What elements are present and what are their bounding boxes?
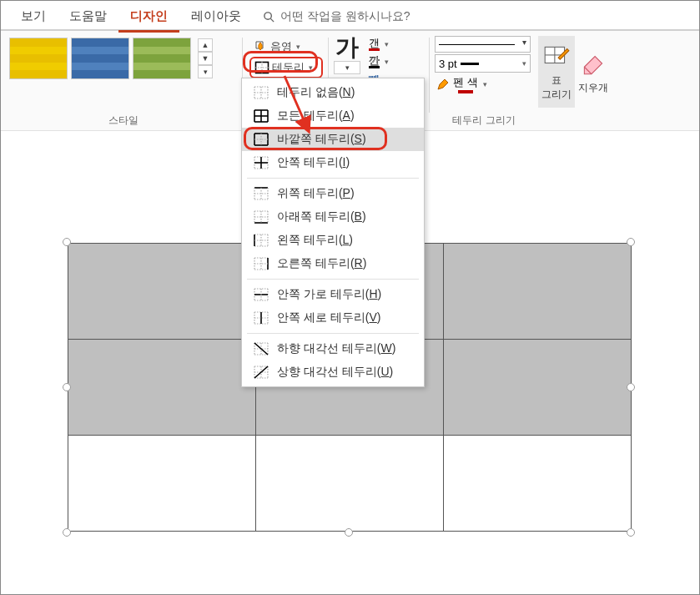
shading-label: 음영 [270, 39, 292, 54]
tell-me-search[interactable]: 어떤 작업을 원하시나요? [263, 9, 410, 24]
style-gallery: ▲ ▼ ▾ [9, 38, 237, 79]
menu-item-label: 안쪽 가로 테두리(H) [277, 287, 381, 302]
menu-item-border-inside[interactable]: 안쪽 테두리(I) [242, 151, 424, 174]
ribbon-group-table-styles: ▲ ▼ ▾ 스타일 [4, 36, 242, 130]
menu-item-label: 위쪽 테두리(P) [277, 186, 355, 201]
menu-item-border-outside[interactable]: 바깥쪽 테두리(S) [242, 128, 424, 151]
wordart-style-dropdown[interactable]: ▾ [334, 61, 360, 74]
tab-design[interactable]: 디자인 [118, 3, 179, 31]
border-outside-icon [254, 132, 269, 147]
pen-style-dropdown[interactable] [435, 36, 531, 53]
pen-color-swatch [458, 90, 473, 93]
eraser-button[interactable]: 지우개 [575, 36, 612, 108]
resize-handle[interactable] [63, 238, 71, 246]
menu-item-label: 왼쪽 테두리(L) [277, 233, 353, 248]
ribbon-group-draw-borders: 3 pt ▾ 펜 색 ▾ 테두리 그리기 [430, 36, 538, 130]
tab-help[interactable]: 도움말 [58, 3, 118, 31]
table-style-1[interactable] [9, 38, 68, 79]
menu-item-border-v[interactable]: 안쪽 세로 테두리(V) [242, 306, 424, 330]
menu-item-label: 바깥쪽 테두리(S) [277, 132, 366, 147]
border-label: 테두리 [272, 60, 305, 75]
border-left-icon [254, 233, 269, 248]
svg-line-76 [254, 343, 268, 355]
table-style-2[interactable] [71, 38, 129, 79]
svg-line-1 [270, 18, 274, 22]
menu-item-border-right[interactable]: 오른쪽 테두리(R) [242, 252, 424, 275]
svg-point-0 [264, 12, 271, 18]
resize-handle[interactable] [63, 383, 71, 391]
menu-item-border-up[interactable]: 상향 대각선 테두리(U) [242, 361, 424, 384]
wordart-style-button[interactable]: 가 [335, 36, 359, 59]
pen-color-button[interactable]: 펜 색 ▾ [435, 74, 533, 94]
menu-item-label: 아래쪽 테두리(B) [277, 209, 366, 224]
menu-item-label: 안쪽 세로 테두리(V) [277, 310, 380, 325]
text-fill-label: 갠 [369, 38, 380, 51]
tab-view[interactable]: 보기 [9, 3, 58, 31]
gallery-up-button[interactable]: ▲ [198, 38, 213, 52]
border-bottom-icon [254, 209, 269, 224]
eraser-label: 지우개 [578, 81, 608, 95]
menu-item-label: 안쪽 테두리(I) [277, 155, 350, 170]
tab-bar: 보기 도움말 디자인 레이아웃 어떤 작업을 원하시나요? [1, 1, 699, 31]
border-h-icon [254, 287, 269, 302]
pen-icon [436, 78, 450, 91]
menu-separator [247, 178, 419, 179]
shading-icon [253, 40, 268, 53]
menu-item-border-down[interactable]: 하향 대각선 테두리(W) [242, 337, 424, 361]
draw-table-label: 표 그리기 [541, 73, 572, 102]
border-none-icon [254, 85, 269, 100]
resize-handle[interactable] [63, 528, 71, 537]
eraser-icon [579, 49, 607, 78]
resize-handle[interactable] [627, 238, 635, 246]
menu-item-border-left[interactable]: 왼쪽 테두리(L) [242, 229, 424, 252]
pen-width-label: 3 pt [439, 58, 457, 70]
svg-line-83 [254, 366, 268, 378]
text-fill-button[interactable]: 갠▾ [365, 36, 392, 53]
resize-handle[interactable] [627, 528, 635, 537]
border-button[interactable]: 테두리▾ [249, 57, 323, 78]
group-label-styles: 스타일 [4, 113, 242, 128]
search-placeholder: 어떤 작업을 원하시나요? [280, 9, 410, 24]
menu-item-label: 모든 테두리(A) [277, 108, 355, 124]
menu-item-label: 상향 대각선 테두리(U) [277, 365, 393, 380]
search-icon [263, 11, 275, 23]
pen-color-label: 펜 색 [453, 75, 478, 90]
menu-separator [247, 279, 419, 280]
border-dropdown: 테두리 없음(N)모든 테두리(A)바깥쪽 테두리(S)안쪽 테두리(I)위쪽 … [241, 78, 425, 387]
group-label-draw-borders: 테두리 그리기 [430, 113, 538, 128]
border-up-icon [254, 365, 269, 380]
border-top-icon [254, 186, 269, 201]
resize-handle[interactable] [627, 383, 635, 391]
menu-item-border-all[interactable]: 모든 테두리(A) [242, 104, 424, 128]
border-icon [254, 61, 269, 74]
border-inside-icon [254, 155, 269, 170]
style-gallery-scroll: ▲ ▼ ▾ [198, 38, 213, 78]
text-outline-button[interactable]: 깐▾ [365, 53, 392, 70]
menu-item-border-bottom[interactable]: 아래쪽 테두리(B) [242, 205, 424, 229]
tab-layout[interactable]: 레이아웃 [179, 3, 253, 31]
menu-item-label: 테두리 없음(N) [277, 85, 355, 100]
menu-item-border-none[interactable]: 테두리 없음(N) [242, 81, 424, 104]
border-v-icon [254, 310, 269, 325]
table-style-3[interactable] [133, 38, 191, 79]
draw-table-icon [542, 42, 571, 70]
pen-width-dropdown[interactable]: 3 pt ▾ [435, 54, 531, 73]
shading-button[interactable]: 음영▾ [249, 38, 323, 56]
gallery-down-button[interactable]: ▼ [198, 52, 213, 65]
menu-separator [247, 333, 419, 334]
menu-item-border-h[interactable]: 안쪽 가로 테두리(H) [242, 283, 424, 306]
pen-width-preview [461, 63, 479, 65]
menu-item-label: 하향 대각선 테두리(W) [277, 341, 395, 356]
resize-handle[interactable] [345, 528, 353, 537]
border-right-icon [254, 256, 269, 271]
menu-item-label: 오른쪽 테두리(R) [277, 256, 366, 271]
menu-item-border-top[interactable]: 위쪽 테두리(P) [242, 182, 424, 205]
draw-table-button[interactable]: 표 그리기 [538, 36, 575, 108]
gallery-more-button[interactable]: ▾ [198, 65, 213, 78]
border-all-icon [254, 108, 269, 124]
text-outline-label: 깐 [369, 55, 380, 68]
border-down-icon [254, 341, 269, 356]
